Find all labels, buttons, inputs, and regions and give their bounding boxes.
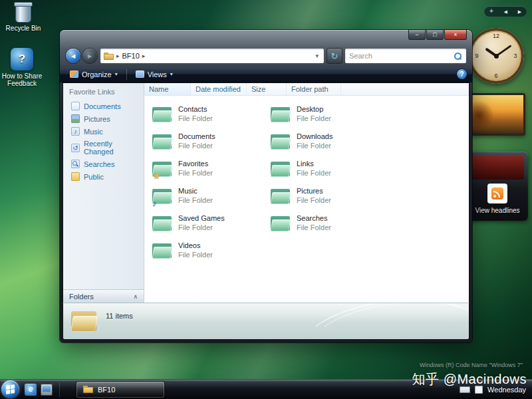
public-folder-icon — [71, 172, 80, 181]
question-bubble-icon — [11, 48, 33, 70]
sidebar-item-label: Public — [84, 173, 104, 181]
document-icon — [71, 102, 80, 110]
clock-gadget[interactable]: 12 3 6 9 — [468, 28, 524, 84]
contacts-folder-icon — [151, 105, 174, 124]
file-item-pictures[interactable]: PicturesFile Folder — [267, 182, 385, 209]
sidebar-item-searches[interactable]: Searches — [63, 158, 144, 170]
downloads-folder-icon — [269, 132, 292, 151]
photo-slideshow-gadget[interactable] — [469, 93, 525, 136]
feed-headlines-label[interactable]: View headlines — [471, 207, 524, 214]
clock-number: 3 — [511, 53, 519, 59]
desktop-icon-feedback[interactable]: How to Share Feedback — [0, 48, 44, 87]
favorites-folder-icon: ★ — [151, 160, 174, 178]
views-button[interactable]: Views ▾ — [131, 69, 178, 80]
organize-label: Organize — [82, 70, 112, 78]
file-item-searches[interactable]: SearchesFile Folder — [267, 209, 385, 237]
file-name: Saved Games — [178, 214, 225, 222]
sidebar-item-public[interactable]: Public — [63, 170, 144, 183]
gadget-controls[interactable]: + ◀ ▶ — [484, 6, 527, 17]
browser-quick-launch-icon[interactable] — [25, 384, 37, 396]
close-button[interactable]: × — [444, 30, 467, 40]
desktop-icon-recycle-bin[interactable]: Recycle Bin — [1, 4, 45, 32]
search-input[interactable] — [349, 52, 454, 60]
command-bar: Organize ▾ Views ▾ ? — [60, 66, 472, 82]
music-note-icon — [71, 127, 80, 136]
folders-band[interactable]: Folders ∧ — [63, 289, 144, 303]
rss-icon — [491, 188, 503, 200]
file-item-downloads[interactable]: DownloadsFile Folder — [267, 128, 385, 155]
clock-number: 9 — [473, 53, 481, 59]
sidebar-item-recently-changed[interactable]: Recently Changed — [63, 138, 144, 158]
status-items-count: 11 items — [106, 312, 133, 320]
breadcrumb-separator-icon: ▸ — [116, 53, 120, 59]
start-button[interactable] — [1, 380, 19, 398]
music-folder-icon: ♪ — [151, 187, 174, 205]
search-icon[interactable] — [454, 52, 462, 61]
feed-headlines-gadget[interactable]: View headlines — [467, 152, 528, 221]
column-headers: Name Date modified Size Folder path — [144, 83, 469, 96]
file-type: File Folder — [297, 223, 331, 231]
maximize-button[interactable]: □ — [426, 30, 444, 40]
file-item-favorites[interactable]: ★ FavoritesFile Folder — [148, 155, 267, 182]
breadcrumb-separator-icon: ▸ — [142, 53, 146, 59]
file-type: File Folder — [178, 196, 213, 204]
file-item-music[interactable]: ♪ MusicFile Folder — [148, 182, 267, 209]
brand-watermark: 知乎 @Macindows — [412, 370, 527, 388]
column-header-name[interactable]: Name — [144, 83, 191, 95]
file-list: Name Date modified Size Folder path Cont… — [144, 83, 469, 303]
file-item-documents[interactable]: DocumentsFile Folder — [148, 128, 267, 155]
music-note-icon: ♪ — [152, 199, 157, 207]
address-dropdown-icon[interactable]: ▾ — [313, 53, 321, 59]
sidebar-item-music[interactable]: Music — [63, 125, 144, 138]
navigation-pane: Favorite Links Documents Pictures Music … — [63, 83, 144, 303]
file-type: File Folder — [178, 169, 213, 177]
organize-icon — [70, 70, 78, 78]
status-bar: 11 items — [63, 303, 469, 340]
address-bar[interactable]: ▸ BF10 ▸ ▾ — [100, 49, 324, 63]
help-button[interactable]: ? — [457, 69, 467, 79]
gadget-prev-icon[interactable]: ◀ — [504, 9, 507, 14]
file-type: File Folder — [178, 251, 213, 259]
back-button[interactable]: ◀ — [66, 49, 80, 63]
file-grid: ContactsFile Folder DesktopFile Folder D… — [144, 96, 469, 303]
titlebar[interactable]: − □ × — [60, 30, 472, 46]
minimize-button[interactable]: − — [408, 30, 426, 40]
gadget-next-icon[interactable]: ▶ — [518, 9, 521, 14]
clock-number: 12 — [492, 33, 500, 39]
sidebar-item-label: Recently Changed — [84, 140, 140, 156]
sidebar-item-label: Pictures — [84, 115, 110, 123]
desktop-icon-label: Recycle Bin — [1, 25, 45, 32]
refresh-button[interactable]: ↻ — [327, 49, 342, 63]
file-item-desktop[interactable]: DesktopFile Folder — [267, 100, 385, 128]
file-item-saved-games[interactable]: Saved GamesFile Folder — [148, 209, 267, 237]
breadcrumb-item[interactable]: BF10 — [122, 52, 140, 60]
taskbar-button-label: BF10 — [98, 386, 115, 394]
taskbar-divider — [59, 382, 60, 397]
sidebar-item-pictures[interactable]: Pictures — [63, 112, 144, 125]
column-header-size[interactable]: Size — [247, 83, 287, 95]
folder-icon — [104, 53, 114, 60]
show-desktop-icon[interactable] — [41, 384, 53, 396]
file-item-links[interactable]: LinksFile Folder — [267, 155, 385, 182]
forward-button[interactable]: ▶ — [82, 49, 97, 63]
column-header-folder-path[interactable]: Folder path — [287, 83, 341, 95]
sidebar-item-label: Documents — [84, 102, 121, 110]
sidebar-item-documents[interactable]: Documents — [63, 100, 144, 112]
file-item-videos[interactable]: VideosFile Folder — [148, 237, 267, 264]
file-type: File Folder — [297, 142, 331, 150]
organize-button[interactable]: Organize ▾ — [65, 69, 122, 80]
explorer-window: − □ × ◀ ▶ ▸ BF10 ▸ ▾ ↻ Org — [60, 30, 472, 342]
add-gadget-button[interactable]: + — [489, 8, 493, 15]
file-type: File Folder — [178, 114, 213, 122]
file-type: File Folder — [297, 169, 331, 177]
pictures-folder-icon — [269, 187, 292, 205]
clock-number: 6 — [492, 72, 500, 79]
column-header-date-modified[interactable]: Date modified — [191, 83, 247, 95]
toolbar-separator — [126, 69, 127, 80]
star-icon: ★ — [152, 171, 161, 180]
file-name: Favorites — [178, 160, 208, 168]
searches-folder-icon — [269, 214, 292, 233]
feed-image — [471, 156, 524, 180]
file-item-contacts[interactable]: ContactsFile Folder — [148, 100, 267, 128]
taskbar-button-bf10[interactable]: BF10 — [76, 382, 164, 398]
